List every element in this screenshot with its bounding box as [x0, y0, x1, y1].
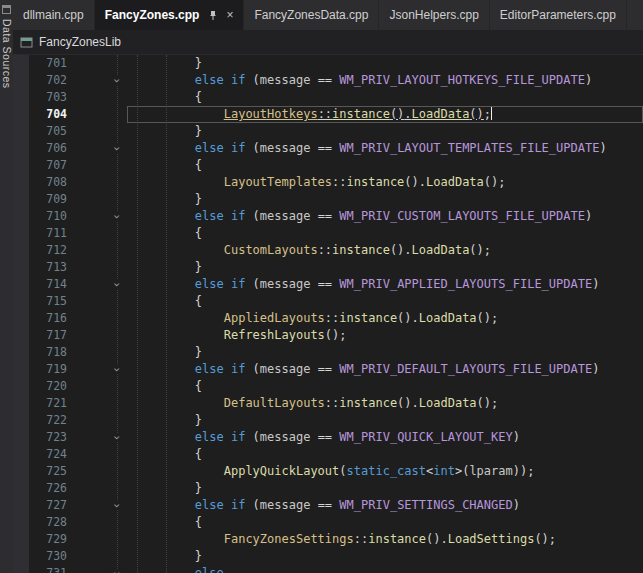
- selection-margin[interactable]: [75, 174, 107, 191]
- glyph-margin[interactable]: [13, 395, 29, 412]
- code-line[interactable]: 718 }: [13, 344, 643, 361]
- selection-margin[interactable]: [75, 429, 107, 446]
- code-line[interactable]: 725 ApplyQuickLayout(static_cast<int>(lp…: [13, 463, 643, 480]
- fold-margin[interactable]: [107, 531, 127, 548]
- line-number[interactable]: 726: [29, 480, 75, 497]
- glyph-margin[interactable]: [13, 531, 29, 548]
- fold-margin[interactable]: [107, 293, 127, 310]
- code-line[interactable]: 704 LayoutHotkeys::instance().LoadData()…: [13, 106, 643, 123]
- glyph-margin[interactable]: [13, 208, 29, 225]
- selection-margin[interactable]: [75, 157, 107, 174]
- code-text[interactable]: }: [127, 259, 643, 276]
- collapse-chevron-icon[interactable]: ›: [108, 144, 125, 153]
- glyph-margin[interactable]: [13, 242, 29, 259]
- selection-margin[interactable]: [75, 463, 107, 480]
- code-text[interactable]: else if (message == WM_PRIV_SETTINGS_CHA…: [127, 497, 643, 514]
- selection-margin[interactable]: [75, 446, 107, 463]
- line-number[interactable]: 715: [29, 293, 75, 310]
- line-number[interactable]: 704: [29, 106, 75, 123]
- fold-margin[interactable]: [107, 55, 127, 72]
- code-line[interactable]: 730 }: [13, 548, 643, 565]
- code-text[interactable]: AppliedLayouts::instance().LoadData();: [127, 310, 643, 327]
- selection-margin[interactable]: [75, 310, 107, 327]
- line-number[interactable]: 713: [29, 259, 75, 276]
- code-text[interactable]: FancyZonesSettings::instance().LoadSetti…: [127, 531, 643, 548]
- fold-margin[interactable]: ›: [107, 429, 127, 446]
- selection-margin[interactable]: [75, 208, 107, 225]
- line-number[interactable]: 724: [29, 446, 75, 463]
- line-number[interactable]: 709: [29, 191, 75, 208]
- code-line[interactable]: 701 }: [13, 55, 643, 72]
- fold-margin[interactable]: [107, 106, 127, 123]
- fold-margin[interactable]: [107, 548, 127, 565]
- code-text[interactable]: {: [127, 514, 643, 531]
- line-number[interactable]: 717: [29, 327, 75, 344]
- glyph-margin[interactable]: [13, 191, 29, 208]
- code-line[interactable]: 719› else if (message == WM_PRIV_DEFAULT…: [13, 361, 643, 378]
- glyph-margin[interactable]: [13, 276, 29, 293]
- glyph-margin[interactable]: [13, 480, 29, 497]
- fold-margin[interactable]: [107, 395, 127, 412]
- selection-margin[interactable]: [75, 225, 107, 242]
- glyph-margin[interactable]: [13, 514, 29, 531]
- code-line[interactable]: 728 {: [13, 514, 643, 531]
- code-text[interactable]: {: [127, 225, 643, 242]
- glyph-margin[interactable]: [13, 225, 29, 242]
- glyph-margin[interactable]: [13, 344, 29, 361]
- code-text[interactable]: else if (message == WM_PRIV_CUSTOM_LAYOU…: [127, 208, 643, 225]
- line-number[interactable]: 716: [29, 310, 75, 327]
- line-number[interactable]: 722: [29, 412, 75, 429]
- fold-margin[interactable]: [107, 123, 127, 140]
- code-line[interactable]: 712 CustomLayouts::instance().LoadData()…: [13, 242, 643, 259]
- selection-margin[interactable]: [75, 72, 107, 89]
- close-tab-icon[interactable]: ×: [226, 9, 233, 21]
- code-text[interactable]: ApplyQuickLayout(static_cast<int>(lparam…: [127, 463, 643, 480]
- code-text[interactable]: else if (message == WM_PRIV_DEFAULT_LAYO…: [127, 361, 643, 378]
- code-text[interactable]: {: [127, 89, 643, 106]
- fold-margin[interactable]: [107, 378, 127, 395]
- line-number[interactable]: 714: [29, 276, 75, 293]
- fold-margin[interactable]: [107, 225, 127, 242]
- line-number[interactable]: 718: [29, 344, 75, 361]
- code-text[interactable]: }: [127, 191, 643, 208]
- selection-margin[interactable]: [75, 259, 107, 276]
- line-number[interactable]: 728: [29, 514, 75, 531]
- collapse-chevron-icon[interactable]: ›: [108, 212, 125, 221]
- tab-jsonhelpers-cpp[interactable]: JsonHelpers.cpp: [379, 0, 489, 30]
- fold-margin[interactable]: ›: [107, 72, 127, 89]
- selection-margin[interactable]: [75, 242, 107, 259]
- fold-margin[interactable]: [107, 191, 127, 208]
- collapse-chevron-icon[interactable]: ›: [108, 433, 125, 442]
- glyph-margin[interactable]: [13, 565, 29, 573]
- glyph-margin[interactable]: [13, 293, 29, 310]
- code-text[interactable]: RefreshLayouts();: [127, 327, 643, 344]
- code-line[interactable]: 715 {: [13, 293, 643, 310]
- collapse-chevron-icon[interactable]: ›: [108, 76, 125, 85]
- code-line[interactable]: 707 {: [13, 157, 643, 174]
- line-number[interactable]: 703: [29, 89, 75, 106]
- line-number[interactable]: 721: [29, 395, 75, 412]
- line-number[interactable]: 711: [29, 225, 75, 242]
- selection-margin[interactable]: [75, 514, 107, 531]
- code-text[interactable]: }: [127, 412, 643, 429]
- collapse-chevron-icon[interactable]: ›: [108, 280, 125, 289]
- fold-margin[interactable]: [107, 157, 127, 174]
- sidebar-tab-data-sources[interactable]: Data Sources: [1, 19, 13, 89]
- code-text[interactable]: else if (message == WM_PRIV_LAYOUT_TEMPL…: [127, 140, 643, 157]
- fold-margin[interactable]: ›: [107, 208, 127, 225]
- fold-margin[interactable]: [107, 242, 127, 259]
- line-number[interactable]: 706: [29, 140, 75, 157]
- fold-margin[interactable]: ›: [107, 497, 127, 514]
- glyph-margin[interactable]: [13, 361, 29, 378]
- fold-margin[interactable]: [107, 480, 127, 497]
- selection-margin[interactable]: [75, 123, 107, 140]
- glyph-margin[interactable]: [13, 497, 29, 514]
- glyph-margin[interactable]: [13, 412, 29, 429]
- code-text[interactable]: {: [127, 157, 643, 174]
- fold-margin[interactable]: [107, 259, 127, 276]
- code-text[interactable]: LayoutHotkeys::instance().LoadData();: [127, 106, 643, 123]
- selection-margin[interactable]: [75, 344, 107, 361]
- line-number[interactable]: 701: [29, 55, 75, 72]
- selection-margin[interactable]: [75, 480, 107, 497]
- glyph-margin[interactable]: [13, 429, 29, 446]
